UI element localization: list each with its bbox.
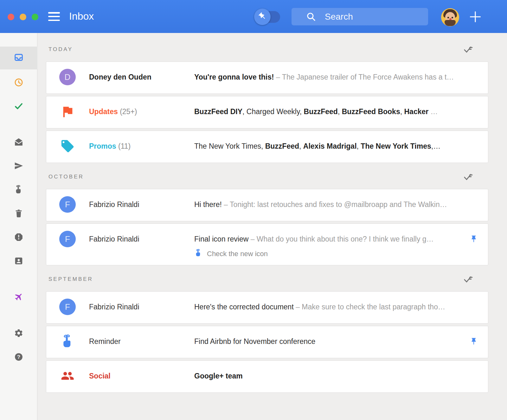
sender-name: Fabrizio Rinaldi xyxy=(89,299,194,315)
sidebar-item-reminders[interactable] xyxy=(0,180,37,200)
send-icon xyxy=(14,161,23,172)
menu-icon[interactable] xyxy=(48,12,60,21)
sidebar-item-help[interactable]: ? xyxy=(0,347,37,368)
sender-avatar: F xyxy=(59,231,76,247)
mail-open-icon xyxy=(14,137,23,148)
sidebar-item-trash[interactable] xyxy=(0,204,37,224)
email-section: SEPTEMBERFFabrizio RinaldiHere's the cor… xyxy=(46,270,488,393)
pin-icon[interactable] xyxy=(468,231,479,247)
sidebar-item-trips[interactable] xyxy=(0,287,37,307)
email-list: TODAYDDoney den OudenYou're gonna love t… xyxy=(38,33,507,420)
search-icon xyxy=(306,12,316,22)
email-row[interactable]: Promos (11)The New York Times, BuzzFeed,… xyxy=(46,131,488,163)
reminder-chip[interactable]: Check the new icon xyxy=(194,249,464,259)
reminder-hand-icon xyxy=(59,333,76,350)
zoom-window-button[interactable] xyxy=(32,14,38,20)
help-icon: ? xyxy=(14,352,23,363)
subject-snippet: Hi there! – Tonight: last retouches and … xyxy=(194,196,479,213)
sender-name: Promos (11) xyxy=(89,138,194,154)
email-row[interactable]: ReminderFind Airbnb for November confere… xyxy=(46,326,488,358)
sidebar-item-snoozed[interactable] xyxy=(0,73,37,93)
email-row[interactable]: DDoney den OudenYou're gonna love this! … xyxy=(46,61,488,94)
sender-name: Fabrizio Rinaldi xyxy=(89,231,194,247)
svg-text:?: ? xyxy=(17,354,20,360)
section-header: TODAY xyxy=(46,41,488,58)
close-window-button[interactable] xyxy=(8,14,14,20)
page-title: Inbox xyxy=(69,10,94,22)
toggle-knob[interactable] xyxy=(254,9,271,25)
sidebar-item-done[interactable] xyxy=(0,97,37,117)
subject-snippet: Here's the corrected document – Make sur… xyxy=(194,299,479,315)
email-section: OCTOBERFFabrizio RinaldiHi there! – Toni… xyxy=(46,168,488,265)
reminder-hand-icon xyxy=(194,249,202,259)
user-avatar[interactable] xyxy=(441,8,459,26)
email-section: TODAYDDoney den OudenYou're gonna love t… xyxy=(46,41,488,163)
sidebar-item-inbox[interactable] xyxy=(0,47,37,69)
pin-filter-toggle[interactable] xyxy=(254,9,280,25)
trash-icon xyxy=(14,209,23,219)
sender-name: Doney den Ouden xyxy=(89,69,194,85)
sidebar-item-spam[interactable] xyxy=(0,228,37,248)
subject-snippet: The New York Times, BuzzFeed, Alexis Mad… xyxy=(194,138,479,154)
clock-icon xyxy=(14,78,23,88)
email-row[interactable]: FFabrizio RinaldiFinal icon review – Wha… xyxy=(46,223,488,265)
titlebar: Inbox xyxy=(0,0,507,33)
check-icon xyxy=(14,101,23,112)
email-row[interactable]: SocialGoogle+ team xyxy=(46,360,488,393)
subject-snippet: Find Airbnb for November conference xyxy=(194,333,464,350)
section-header: OCTOBER xyxy=(46,168,488,186)
email-row[interactable]: Updates (25+)BuzzFeed DIY, Charged Weekl… xyxy=(46,96,488,128)
bundle-count: (25+) xyxy=(118,107,137,116)
subject-snippet: Google+ team xyxy=(194,368,479,384)
sender-name: Social xyxy=(89,368,194,384)
email-row[interactable]: FFabrizio RinaldiHi there! – Tonight: la… xyxy=(46,189,488,221)
compose-button[interactable] xyxy=(468,10,482,24)
sender-name: Fabrizio Rinaldi xyxy=(89,196,194,213)
bundle-count: (11) xyxy=(116,142,131,150)
section-label: TODAY xyxy=(48,46,73,53)
section-label: OCTOBER xyxy=(48,174,84,180)
people-icon xyxy=(59,368,76,384)
subject-snippet: You're gonna love this! – The Japanese t… xyxy=(194,69,479,85)
sender-name: Updates (25+) xyxy=(89,103,194,120)
sender-avatar: F xyxy=(59,299,76,315)
traffic-lights xyxy=(8,14,38,20)
sender-name: Reminder xyxy=(89,333,194,350)
search-input[interactable] xyxy=(325,12,439,22)
search-bar[interactable] xyxy=(292,8,428,25)
sidebar-item-settings[interactable] xyxy=(0,324,37,344)
pin-icon xyxy=(258,12,267,22)
sidebar-item-sent[interactable] xyxy=(0,156,37,177)
sidebar: ? xyxy=(0,33,37,420)
minimize-window-button[interactable] xyxy=(20,14,26,20)
sweep-icon[interactable] xyxy=(463,275,473,284)
sidebar-item-contacts[interactable] xyxy=(0,251,37,272)
sweep-icon[interactable] xyxy=(463,45,473,55)
gear-icon xyxy=(14,328,23,339)
subject-snippet: Final icon review – What do you think ab… xyxy=(194,231,464,247)
flag-icon xyxy=(59,103,76,120)
sender-avatar: F xyxy=(59,196,76,213)
email-row[interactable]: FFabrizio RinaldiHere's the corrected do… xyxy=(46,291,488,324)
subject-snippet: BuzzFeed DIY, Charged Weekly, BuzzFeed, … xyxy=(194,103,479,120)
section-label: SEPTEMBER xyxy=(48,276,93,282)
section-header: SEPTEMBER xyxy=(46,270,488,288)
sidebar-item-mail[interactable] xyxy=(0,132,37,153)
tag-icon xyxy=(59,138,76,154)
spam-icon xyxy=(14,232,23,243)
reminder-hand-icon xyxy=(14,185,23,196)
sweep-icon[interactable] xyxy=(463,172,473,182)
contacts-icon xyxy=(14,256,23,267)
plane-icon xyxy=(14,292,23,303)
inbox-icon xyxy=(14,53,23,63)
chip-label: Check the new icon xyxy=(207,250,268,258)
sender-avatar: D xyxy=(59,69,76,85)
pin-icon[interactable] xyxy=(468,333,479,350)
